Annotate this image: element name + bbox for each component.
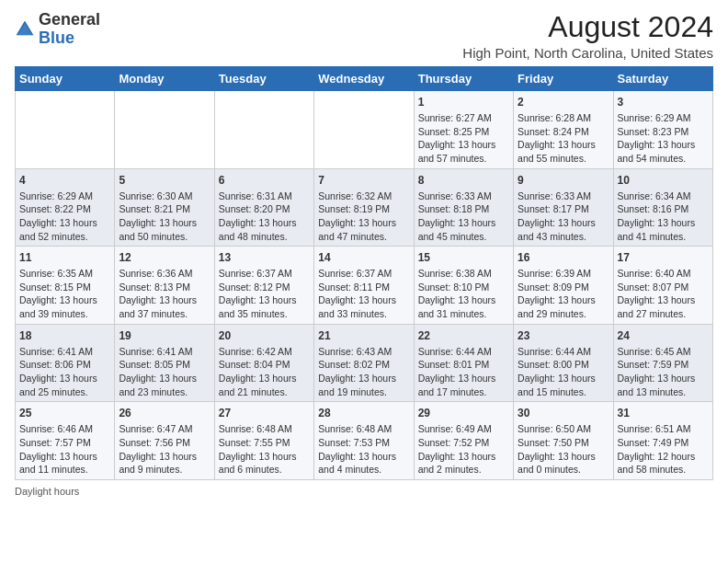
col-header-tuesday: Tuesday bbox=[214, 67, 313, 91]
col-header-thursday: Thursday bbox=[414, 67, 513, 91]
logo-blue: Blue bbox=[39, 29, 74, 47]
logo-icon bbox=[15, 19, 35, 40]
day-cell: 12Sunrise: 6:36 AMSunset: 8:13 PMDayligh… bbox=[115, 247, 214, 325]
day-number: 20 bbox=[219, 328, 310, 344]
day-cell: 29Sunrise: 6:49 AMSunset: 7:52 PMDayligh… bbox=[414, 402, 513, 480]
day-info: Sunrise: 6:48 AMSunset: 7:53 PMDaylight:… bbox=[318, 422, 409, 477]
week-row-2: 4Sunrise: 6:29 AMSunset: 8:22 PMDaylight… bbox=[16, 168, 713, 247]
day-number: 2 bbox=[518, 95, 609, 110]
day-cell: 2Sunrise: 6:28 AMSunset: 8:24 PMDaylight… bbox=[514, 91, 613, 169]
logo-text: General Blue bbox=[39, 11, 100, 48]
day-info: Sunrise: 6:47 AMSunset: 7:56 PMDaylight:… bbox=[119, 422, 210, 477]
day-info: Sunrise: 6:32 AMSunset: 8:19 PMDaylight:… bbox=[318, 190, 409, 244]
day-cell: 23Sunrise: 6:44 AMSunset: 8:00 PMDayligh… bbox=[514, 324, 613, 402]
day-number: 16 bbox=[518, 250, 609, 266]
day-cell: 18Sunrise: 6:41 AMSunset: 8:06 PMDayligh… bbox=[16, 324, 115, 402]
day-cell: 31Sunrise: 6:51 AMSunset: 7:49 PMDayligh… bbox=[613, 402, 712, 480]
day-cell: 16Sunrise: 6:39 AMSunset: 8:09 PMDayligh… bbox=[514, 247, 613, 325]
day-number: 8 bbox=[418, 173, 509, 189]
day-cell: 25Sunrise: 6:46 AMSunset: 7:57 PMDayligh… bbox=[16, 402, 115, 480]
day-info: Sunrise: 6:35 AMSunset: 8:15 PMDaylight:… bbox=[19, 267, 110, 321]
day-cell: 5Sunrise: 6:30 AMSunset: 8:21 PMDaylight… bbox=[115, 168, 214, 247]
day-number: 19 bbox=[119, 328, 210, 344]
day-number: 22 bbox=[418, 328, 509, 344]
day-number: 7 bbox=[318, 173, 409, 189]
day-cell: 4Sunrise: 6:29 AMSunset: 8:22 PMDaylight… bbox=[16, 168, 115, 247]
day-info: Sunrise: 6:44 AMSunset: 8:00 PMDaylight:… bbox=[518, 345, 609, 399]
day-info: Sunrise: 6:38 AMSunset: 8:10 PMDaylight:… bbox=[418, 267, 509, 321]
day-cell: 1Sunrise: 6:27 AMSunset: 8:25 PMDaylight… bbox=[414, 91, 513, 169]
day-info: Sunrise: 6:48 AMSunset: 7:55 PMDaylight:… bbox=[219, 422, 310, 477]
logo: General Blue bbox=[15, 11, 100, 48]
calendar-body: 1Sunrise: 6:27 AMSunset: 8:25 PMDaylight… bbox=[16, 91, 713, 480]
day-number: 14 bbox=[318, 250, 409, 266]
day-cell bbox=[115, 91, 214, 169]
day-cell: 10Sunrise: 6:34 AMSunset: 8:16 PMDayligh… bbox=[613, 168, 712, 247]
day-cell: 22Sunrise: 6:44 AMSunset: 8:01 PMDayligh… bbox=[414, 324, 513, 402]
day-number: 4 bbox=[19, 173, 110, 189]
day-cell: 21Sunrise: 6:43 AMSunset: 8:02 PMDayligh… bbox=[314, 324, 414, 402]
day-info: Sunrise: 6:42 AMSunset: 8:04 PMDaylight:… bbox=[219, 345, 310, 399]
day-info: Sunrise: 6:33 AMSunset: 8:17 PMDaylight:… bbox=[518, 190, 609, 244]
day-number: 28 bbox=[318, 406, 409, 421]
day-cell: 19Sunrise: 6:41 AMSunset: 8:05 PMDayligh… bbox=[115, 324, 214, 402]
day-info: Sunrise: 6:40 AMSunset: 8:07 PMDaylight:… bbox=[618, 267, 709, 321]
day-number: 30 bbox=[518, 406, 609, 421]
day-info: Sunrise: 6:41 AMSunset: 8:06 PMDaylight:… bbox=[19, 345, 110, 399]
day-number: 23 bbox=[518, 328, 609, 344]
header: General Blue August 2024 High Point, Nor… bbox=[15, 11, 713, 61]
day-number: 15 bbox=[418, 250, 509, 266]
day-number: 31 bbox=[618, 406, 709, 421]
daylight-label: Daylight hours bbox=[15, 486, 79, 497]
week-row-3: 11Sunrise: 6:35 AMSunset: 8:15 PMDayligh… bbox=[16, 247, 713, 325]
day-number: 18 bbox=[19, 328, 110, 344]
day-number: 13 bbox=[219, 250, 310, 266]
day-number: 1 bbox=[418, 95, 509, 110]
day-cell: 26Sunrise: 6:47 AMSunset: 7:56 PMDayligh… bbox=[115, 402, 214, 480]
day-info: Sunrise: 6:33 AMSunset: 8:18 PMDaylight:… bbox=[418, 190, 509, 244]
day-info: Sunrise: 6:50 AMSunset: 7:50 PMDaylight:… bbox=[518, 422, 609, 477]
day-number: 3 bbox=[618, 95, 709, 110]
footer-note: Daylight hours bbox=[15, 486, 713, 497]
day-number: 11 bbox=[19, 250, 110, 266]
day-info: Sunrise: 6:41 AMSunset: 8:05 PMDaylight:… bbox=[119, 345, 210, 399]
subtitle: High Point, North Carolina, United State… bbox=[462, 45, 713, 61]
day-number: 17 bbox=[618, 250, 709, 266]
day-cell: 6Sunrise: 6:31 AMSunset: 8:20 PMDaylight… bbox=[214, 168, 313, 247]
day-cell bbox=[16, 91, 115, 169]
day-info: Sunrise: 6:43 AMSunset: 8:02 PMDaylight:… bbox=[318, 345, 409, 399]
col-header-saturday: Saturday bbox=[613, 67, 712, 91]
week-row-1: 1Sunrise: 6:27 AMSunset: 8:25 PMDaylight… bbox=[16, 91, 713, 169]
day-number: 27 bbox=[219, 406, 310, 421]
day-number: 21 bbox=[318, 328, 409, 344]
day-cell: 9Sunrise: 6:33 AMSunset: 8:17 PMDaylight… bbox=[514, 168, 613, 247]
col-header-sunday: Sunday bbox=[16, 67, 115, 91]
day-cell: 17Sunrise: 6:40 AMSunset: 8:07 PMDayligh… bbox=[613, 247, 712, 325]
col-header-wednesday: Wednesday bbox=[314, 67, 414, 91]
day-cell: 7Sunrise: 6:32 AMSunset: 8:19 PMDaylight… bbox=[314, 168, 414, 247]
day-number: 29 bbox=[418, 406, 509, 421]
day-cell: 14Sunrise: 6:37 AMSunset: 8:11 PMDayligh… bbox=[314, 247, 414, 325]
week-row-4: 18Sunrise: 6:41 AMSunset: 8:06 PMDayligh… bbox=[16, 324, 713, 402]
day-cell bbox=[314, 91, 414, 169]
week-row-5: 25Sunrise: 6:46 AMSunset: 7:57 PMDayligh… bbox=[16, 402, 713, 480]
day-cell: 3Sunrise: 6:29 AMSunset: 8:23 PMDaylight… bbox=[613, 91, 712, 169]
day-info: Sunrise: 6:37 AMSunset: 8:11 PMDaylight:… bbox=[318, 267, 409, 321]
day-cell bbox=[214, 91, 313, 169]
day-cell: 15Sunrise: 6:38 AMSunset: 8:10 PMDayligh… bbox=[414, 247, 513, 325]
day-info: Sunrise: 6:30 AMSunset: 8:21 PMDaylight:… bbox=[119, 190, 210, 244]
day-info: Sunrise: 6:44 AMSunset: 8:01 PMDaylight:… bbox=[418, 345, 509, 399]
day-info: Sunrise: 6:29 AMSunset: 8:23 PMDaylight:… bbox=[618, 111, 709, 166]
day-number: 24 bbox=[618, 328, 709, 344]
day-cell: 13Sunrise: 6:37 AMSunset: 8:12 PMDayligh… bbox=[214, 247, 313, 325]
day-number: 26 bbox=[119, 406, 210, 421]
day-info: Sunrise: 6:51 AMSunset: 7:49 PMDaylight:… bbox=[618, 422, 709, 477]
day-number: 12 bbox=[119, 250, 210, 266]
day-number: 25 bbox=[19, 406, 110, 421]
calendar: SundayMondayTuesdayWednesdayThursdayFrid… bbox=[15, 66, 713, 480]
day-info: Sunrise: 6:39 AMSunset: 8:09 PMDaylight:… bbox=[518, 267, 609, 321]
day-info: Sunrise: 6:45 AMSunset: 7:59 PMDaylight:… bbox=[618, 345, 709, 399]
col-header-monday: Monday bbox=[115, 67, 214, 91]
day-info: Sunrise: 6:31 AMSunset: 8:20 PMDaylight:… bbox=[219, 190, 310, 244]
day-cell: 20Sunrise: 6:42 AMSunset: 8:04 PMDayligh… bbox=[214, 324, 313, 402]
